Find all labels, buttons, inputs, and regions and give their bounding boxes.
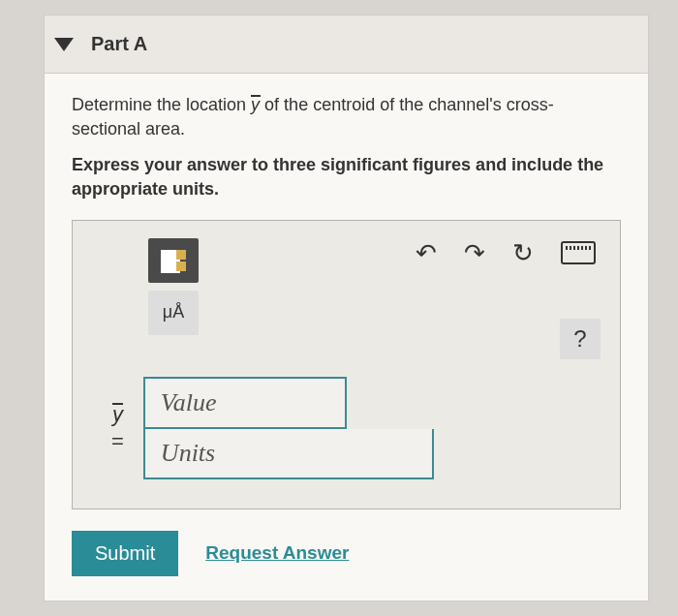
units-input[interactable]: Units — [143, 429, 434, 479]
units-symbol-label: μÅ — [163, 302, 184, 323]
toolbar-left: μÅ — [148, 238, 199, 335]
prompt-text: Determine the location y of the centroid… — [72, 93, 621, 141]
variable-y-bar: y — [251, 93, 260, 117]
template-icon — [161, 250, 186, 271]
keyboard-icon[interactable] — [561, 241, 596, 264]
units-symbol-button[interactable]: μÅ — [148, 291, 199, 335]
reset-icon[interactable]: ↻ — [512, 238, 534, 268]
input-row: y = Value Units — [92, 377, 601, 479]
part-title: Part A — [91, 33, 147, 55]
value-input[interactable]: Value — [143, 377, 347, 429]
instruction-text: Express your answer to three significant… — [72, 153, 621, 200]
submit-button[interactable]: Submit — [72, 531, 178, 576]
request-answer-link[interactable]: Request Answer — [205, 542, 349, 564]
toolbar-right: ↶ ↷ ↻ — [416, 238, 601, 268]
help-label: ? — [573, 325, 586, 353]
variable-label: y = — [111, 402, 124, 454]
redo-icon[interactable]: ↷ — [464, 238, 485, 268]
part-header[interactable]: Part A — [45, 15, 648, 74]
template-tool-button[interactable] — [148, 238, 199, 283]
equals-sign: = — [111, 429, 124, 454]
help-button[interactable]: ? — [560, 319, 601, 359]
chevron-down-icon — [54, 38, 74, 51]
part-body: Determine the location y of the centroid… — [45, 74, 648, 601]
answer-panel: μÅ ↶ ↷ ↻ ? y — [72, 220, 621, 509]
question-panel: Part A Determine the location y of the c… — [44, 15, 649, 601]
toolbar: μÅ ↶ ↷ ↻ ? — [92, 238, 601, 359]
variable-y-bar-label: y — [112, 402, 123, 427]
action-row: Submit Request Answer — [72, 531, 621, 576]
prompt-text-before: Determine the location — [72, 95, 251, 114]
input-stack: Value Units — [143, 377, 434, 479]
undo-icon[interactable]: ↶ — [416, 238, 437, 268]
